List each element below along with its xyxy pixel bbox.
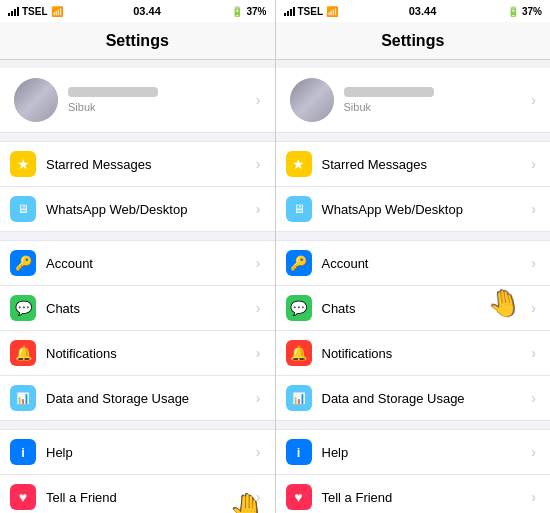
- starred-messages-item-right[interactable]: ★ Starred Messages ›: [276, 142, 551, 187]
- status-bar-left: TSEL 📶 03.44 🔋 37%: [0, 0, 275, 22]
- wifi-icon: 📶: [51, 6, 63, 17]
- wifi-icon-right: 📶: [326, 6, 338, 17]
- chevron-icon-right: ›: [531, 345, 536, 361]
- page-title-left: Settings: [106, 32, 169, 50]
- whatsapp-web-label: WhatsApp Web/Desktop: [46, 202, 256, 217]
- chats-icon: 💬: [10, 295, 36, 321]
- avatar-left: [14, 78, 58, 122]
- whatsapp-web-label-right: WhatsApp Web/Desktop: [322, 202, 532, 217]
- chats-icon-right: 💬: [286, 295, 312, 321]
- key-icon: 🔑: [10, 250, 36, 276]
- chats-item-right[interactable]: 💬 Chats › 🤚: [276, 286, 551, 331]
- time-label: 03.44: [133, 5, 161, 17]
- heart-icon-right: ♥: [286, 484, 312, 510]
- chats-label-right: Chats: [322, 301, 532, 316]
- settings-group-right: 🔑 Account › 💬 Chats › 🤚 🔔 Notifications …: [276, 240, 551, 421]
- profile-name-left: [68, 87, 158, 97]
- chevron-icon: ›: [256, 489, 261, 505]
- chevron-icon-right: ›: [531, 201, 536, 217]
- desktop-icon: 🖥: [10, 196, 36, 222]
- data-storage-label-right: Data and Storage Usage: [322, 391, 532, 406]
- chevron-icon: ›: [256, 201, 261, 217]
- carrier-label-right: TSEL: [298, 6, 324, 17]
- chevron-right-icon: ›: [256, 92, 261, 108]
- starred-messages-item[interactable]: ★ Starred Messages ›: [0, 142, 275, 187]
- chevron-icon-right: ›: [531, 390, 536, 406]
- info-icon-right: i: [286, 439, 312, 465]
- left-phone-panel: TSEL 📶 03.44 🔋 37% Settings Sibuk › ★ St…: [0, 0, 275, 513]
- help-item[interactable]: i Help ›: [0, 430, 275, 475]
- star-icon-right: ★: [286, 151, 312, 177]
- chats-item[interactable]: 💬 Chats ›: [0, 286, 275, 331]
- chevron-icon: ›: [256, 390, 261, 406]
- help-label: Help: [46, 445, 256, 460]
- battery-percent-right: 37%: [522, 6, 542, 17]
- data-icon-right: 📊: [286, 385, 312, 411]
- data-storage-item[interactable]: 📊 Data and Storage Usage ›: [0, 376, 275, 420]
- time-label-right: 03.44: [409, 5, 437, 17]
- status-left-right: TSEL 📶: [284, 6, 339, 17]
- desktop-icon-right: 🖥: [286, 196, 312, 222]
- heart-icon: ♥: [10, 484, 36, 510]
- carrier-label: TSEL: [22, 6, 48, 17]
- chevron-icon-right: ›: [531, 255, 536, 271]
- chats-label: Chats: [46, 301, 256, 316]
- profile-status-right: Sibuk: [344, 101, 532, 113]
- profile-info-right: Sibuk: [344, 87, 532, 113]
- profile-status-left: Sibuk: [68, 101, 256, 113]
- battery-percent: 37%: [246, 6, 266, 17]
- chevron-icon-right: ›: [531, 156, 536, 172]
- starred-group-left: ★ Starred Messages › 🖥 WhatsApp Web/Desk…: [0, 141, 275, 232]
- signal-icon: [8, 6, 19, 16]
- charging-icon: 🔋: [231, 6, 243, 17]
- nav-bar-left: Settings: [0, 22, 275, 60]
- starred-messages-label-right: Starred Messages: [322, 157, 532, 172]
- whatsapp-web-item-right[interactable]: 🖥 WhatsApp Web/Desktop ›: [276, 187, 551, 231]
- data-storage-label: Data and Storage Usage: [46, 391, 256, 406]
- settings-group-left: 🔑 Account › 💬 Chats › 🔔 Notifications › …: [0, 240, 275, 421]
- status-bar-right: TSEL 📶 03.44 🔋 37%: [276, 0, 551, 22]
- help-item-right[interactable]: i Help ›: [276, 430, 551, 475]
- avatar-right: [290, 78, 334, 122]
- account-label: Account: [46, 256, 256, 271]
- data-storage-item-right[interactable]: 📊 Data and Storage Usage ›: [276, 376, 551, 420]
- status-right: 🔋 37%: [231, 6, 266, 17]
- notifications-label-right: Notifications: [322, 346, 532, 361]
- data-icon: 📊: [10, 385, 36, 411]
- tell-friend-item[interactable]: ♥ Tell a Friend ›: [0, 475, 275, 513]
- chevron-icon-right: ›: [531, 444, 536, 460]
- starred-group-right: ★ Starred Messages › 🖥 WhatsApp Web/Desk…: [276, 141, 551, 232]
- profile-section-right[interactable]: Sibuk ›: [276, 68, 551, 133]
- bell-icon: 🔔: [10, 340, 36, 366]
- profile-section-left[interactable]: Sibuk ›: [0, 68, 275, 133]
- help-group-right: i Help › ♥ Tell a Friend ›: [276, 429, 551, 513]
- notifications-item[interactable]: 🔔 Notifications ›: [0, 331, 275, 376]
- chevron-icon: ›: [256, 300, 261, 316]
- bell-icon-right: 🔔: [286, 340, 312, 366]
- help-label-right: Help: [322, 445, 532, 460]
- chevron-icon: ›: [256, 444, 261, 460]
- chevron-icon: ›: [256, 345, 261, 361]
- notifications-label: Notifications: [46, 346, 256, 361]
- charging-icon-right: 🔋: [507, 6, 519, 17]
- right-phone-panel: TSEL 📶 03.44 🔋 37% Settings Sibuk › ★ St…: [276, 0, 551, 513]
- notifications-item-right[interactable]: 🔔 Notifications ›: [276, 331, 551, 376]
- starred-messages-label: Starred Messages: [46, 157, 256, 172]
- status-right-right: 🔋 37%: [507, 6, 542, 17]
- tell-friend-item-right[interactable]: ♥ Tell a Friend ›: [276, 475, 551, 513]
- info-icon: i: [10, 439, 36, 465]
- help-group-left: i Help › ♥ Tell a Friend ›: [0, 429, 275, 513]
- chevron-icon: ›: [256, 156, 261, 172]
- chevron-right-icon-right: ›: [531, 92, 536, 108]
- chevron-icon: ›: [256, 255, 261, 271]
- page-title-right: Settings: [381, 32, 444, 50]
- key-icon-right: 🔑: [286, 250, 312, 276]
- whatsapp-web-item[interactable]: 🖥 WhatsApp Web/Desktop ›: [0, 187, 275, 231]
- account-item-right[interactable]: 🔑 Account ›: [276, 241, 551, 286]
- account-item[interactable]: 🔑 Account ›: [0, 241, 275, 286]
- tell-friend-label: Tell a Friend: [46, 490, 256, 505]
- account-label-right: Account: [322, 256, 532, 271]
- nav-bar-right: Settings: [276, 22, 551, 60]
- status-left: TSEL 📶: [8, 6, 63, 17]
- signal-icon-right: [284, 6, 295, 16]
